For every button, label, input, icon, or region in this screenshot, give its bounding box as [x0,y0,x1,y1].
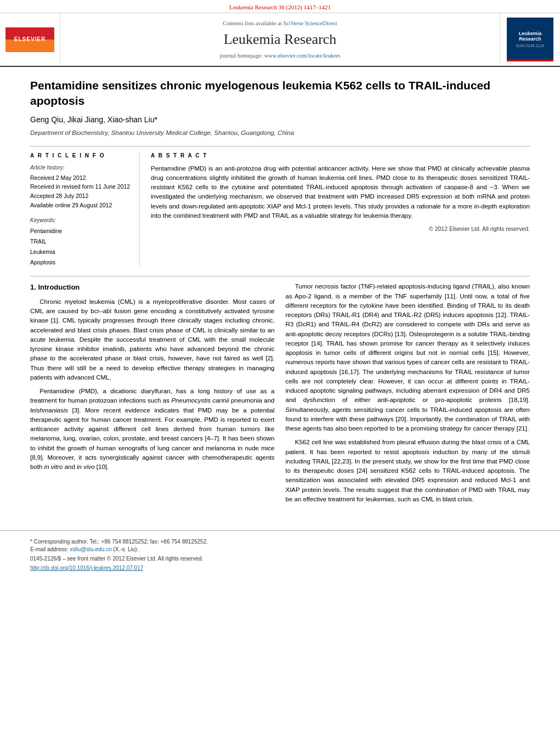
journal-logo-box: LeukemiaResearch ISSN 0145-2126 [500,13,560,66]
intro-heading: 1. Introduction [30,282,275,293]
article-info-column: A R T I C L E I N F O Article history: R… [30,152,140,268]
body-left-column: 1. Introduction Chronic myeloid leukemia… [30,282,275,508]
journal-main-title: Leukemia Research [224,30,337,49]
logo-subtitle: ISSN 0145-2126 [516,43,545,49]
sciverse-line: Contents lists available at SciVerse Sci… [223,20,337,28]
sciverse-link[interactable]: SciVerse ScienceDirect [283,20,337,26]
body-right-column: Tumor necrosis factor (TNF)-related apop… [286,282,530,508]
homepage-prefix: journal homepage: [220,53,264,59]
article-dates: Received 2 May 2012 Received in revised … [30,173,131,210]
doi-text: http://dx.doi.org/10.1016/j.leukres.2012… [30,565,143,571]
history-label: Article history: [30,164,131,172]
elsevier-label: ELSEVIER [14,36,46,43]
footnote-star-text: * Corresponding author. Tel.: +86 754 88… [30,539,208,545]
right-para-2: K562 cell line was established from pleu… [286,438,530,504]
homepage-url-text: www.elsevier.com/locate/leukres [264,53,341,59]
journal-title-center: Contents lists available at SciVerse Sci… [60,13,500,66]
sciverse-prefix: Contents lists available at [223,20,283,26]
keywords-list: Pentamidine TRAIL Leukemia Apoptosis [30,226,131,268]
date-revised: Received in revised form 11 June 2012 [30,182,131,191]
article-info-label: A R T I C L E I N F O [30,152,131,160]
keyword-4: Apoptosis [30,257,131,268]
doi-line: http://dx.doi.org/10.1016/j.leukres.2012… [30,564,530,572]
intro-para-1: Chronic myeloid leukemia (CML) is a myel… [30,297,275,382]
keywords-label: Keywords: [30,217,131,224]
page-container: Leukemia Research 36 (2012) 1417–1421 EL… [0,0,560,741]
journal-title-text: Leukemia Research [224,31,337,47]
corresponding-author-note: * Corresponding author. Tel.: +86 754 88… [30,538,530,546]
authors-text: Geng Qiu, Jikai Jiang, Xiao-shan Liu* [30,115,157,124]
journal-citation: Leukemia Research 36 (2012) 1417–1421 [0,0,560,13]
article-info-abstract: A R T I C L E I N F O Article history: R… [30,152,530,268]
article-authors: Geng Qiu, Jikai Jiang, Xiao-shan Liu* [30,115,530,126]
article-content: Pentamidine sensitizes chronic myelogeno… [0,67,560,519]
abstract-label: A B S T R A C T [151,152,530,160]
elsevier-logo: ELSEVIER [5,27,54,52]
body-columns: 1. Introduction Chronic myeloid leukemia… [30,282,530,508]
abstract-text: Pentamidine (PMD) is an anti-protozoa dr… [151,164,530,221]
elsevier-logo-container: ELSEVIER [0,13,60,66]
date-available: Available online 29 August 2012 [30,201,131,210]
keyword-3: Leukemia [30,247,131,257]
email-link[interactable]: xsliu@stu.edu.cn [70,546,113,552]
journal-header-banner: ELSEVIER Contents lists available at Sci… [0,13,560,67]
date-received: Received 2 May 2012 [30,173,131,183]
article-affiliation: Department of Biochemistry, Shantou Univ… [30,128,530,137]
citation-text: Leukemia Research 36 (2012) 1417–1421 [229,4,331,10]
copyright-line: © 2012 Elsevier Ltd. All rights reserved… [151,225,530,233]
doi-link[interactable]: http://dx.doi.org/10.1016/j.leukres.2012… [30,565,143,571]
journal-homepage-line: journal homepage: www.elsevier.com/locat… [220,52,341,60]
email-prefix: E-mail address: [30,546,70,552]
email-address: xsliu@stu.edu.cn [70,546,111,552]
sciverse-link-text: SciVerse ScienceDirect [283,20,337,26]
homepage-link[interactable]: www.elsevier.com/locate/leukres [264,53,341,59]
article-abstract-column: A B S T R A C T Pentamidine (PMD) is an … [151,152,530,268]
logo-title: LeukemiaResearch [519,31,542,43]
keyword-2: TRAIL [30,236,131,247]
logo-accent-bar [507,59,553,61]
leukemia-logo: LeukemiaResearch ISSN 0145-2126 [507,18,553,61]
article-footer: * Corresponding author. Tel.: +86 754 88… [0,530,560,572]
right-para-1: Tumor necrosis factor (TNF)-related apop… [286,282,530,433]
email-line: E-mail address: xsliu@stu.edu.cn (X.-s. … [30,546,530,553]
article-divider-top [30,146,530,146]
date-accepted: Accepted 28 July 2012 [30,191,131,201]
article-title: Pentamidine sensitizes chronic myelogeno… [30,78,530,108]
intro-para-2: Pentamidine (PMD), a dicationic diarylfu… [30,387,275,472]
keyword-1: Pentamidine [30,226,131,236]
email-suffix: (X.-s. Liu). [113,546,138,552]
issn-line: 0145-2126/$ – see front matter © 2012 El… [30,555,530,563]
article-divider-bottom [30,276,530,276]
